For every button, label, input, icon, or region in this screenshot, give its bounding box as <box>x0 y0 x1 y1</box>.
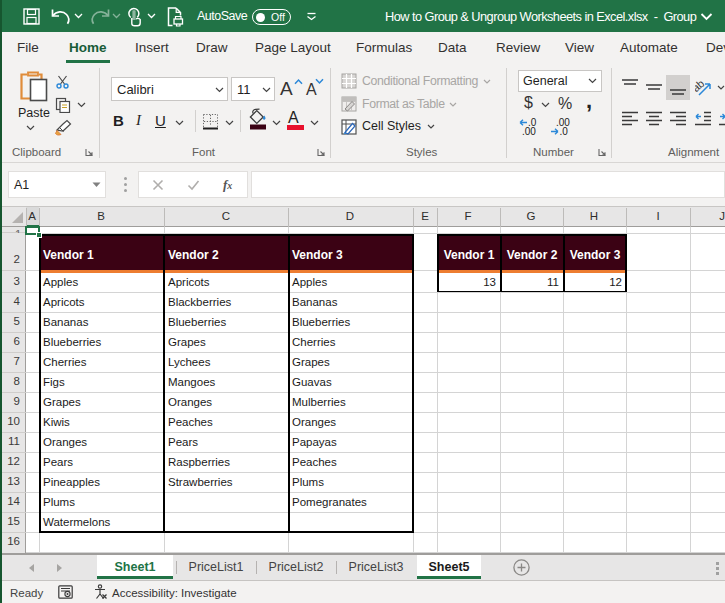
svg-text:ab: ab <box>695 78 707 94</box>
svg-text:.00: .00 <box>522 126 536 136</box>
svg-text:.0: .0 <box>560 126 569 136</box>
